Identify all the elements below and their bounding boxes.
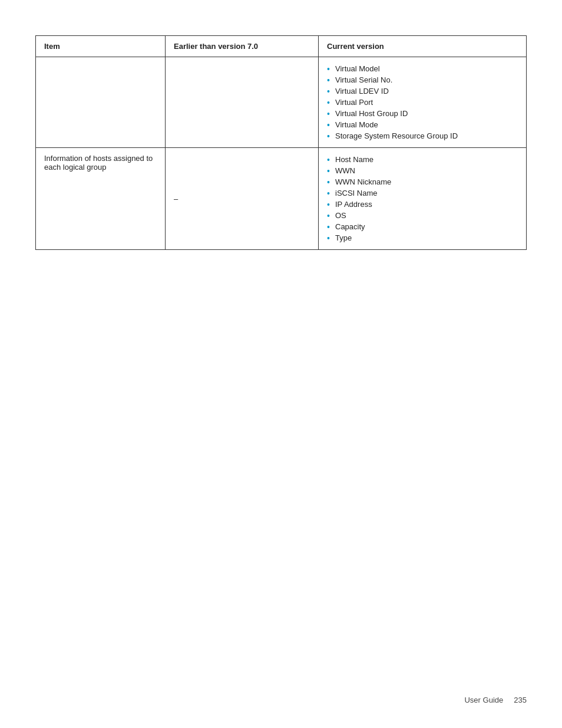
list-item: WWN Nickname — [327, 176, 518, 187]
list-item: Host Name — [327, 154, 518, 165]
list-item: Virtual Host Group ID — [327, 108, 518, 119]
comparison-table: Item Earlier than version 7.0 Current ve… — [35, 35, 527, 250]
list-item: Storage System Resource Group ID — [327, 130, 518, 141]
list-item: Virtual Port — [327, 97, 518, 108]
list-item: iSCSI Name — [327, 187, 518, 199]
list-item: IP Address — [327, 199, 518, 210]
page-footer: User Guide 235 — [464, 696, 527, 704]
page-number: 235 — [514, 696, 527, 704]
list-item: Virtual LDEV ID — [327, 85, 518, 97]
page-content: Item Earlier than version 7.0 Current ve… — [0, 0, 562, 285]
row1-earlier — [166, 57, 319, 148]
header-current: Current version — [319, 36, 527, 57]
row1-current: Virtual Model Virtual Serial No. Virtual… — [319, 57, 527, 148]
header-earlier: Earlier than version 7.0 — [166, 36, 319, 57]
row2-current: Host Name WWN WWN Nickname iSCSI Name IP… — [319, 148, 527, 250]
list-item: Virtual Mode — [327, 119, 518, 130]
list-item: Virtual Model — [327, 63, 518, 74]
row2-item: Information of hosts assigned to each lo… — [36, 148, 166, 250]
table-row: Information of hosts assigned to each lo… — [36, 148, 527, 250]
list-item: Type — [327, 232, 518, 243]
header-item: Item — [36, 36, 166, 57]
table-row: Virtual Model Virtual Serial No. Virtual… — [36, 57, 527, 148]
list-item: Virtual Serial No. — [327, 74, 518, 85]
row2-bullet-list: Host Name WWN WWN Nickname iSCSI Name IP… — [327, 154, 518, 243]
table-header-row: Item Earlier than version 7.0 Current ve… — [36, 36, 527, 57]
row1-item — [36, 57, 166, 148]
list-item: Capacity — [327, 221, 518, 232]
list-item: OS — [327, 210, 518, 221]
row1-bullet-list: Virtual Model Virtual Serial No. Virtual… — [327, 63, 518, 141]
row2-earlier: – — [166, 148, 319, 250]
footer-label: User Guide — [464, 696, 503, 704]
list-item: WWN — [327, 165, 518, 176]
